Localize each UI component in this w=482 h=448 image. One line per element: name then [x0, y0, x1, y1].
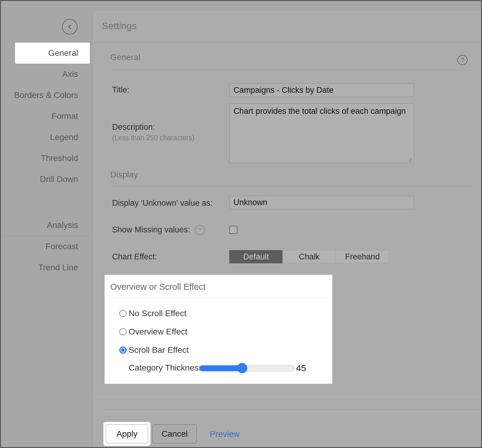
general-section-heading: General — [110, 53, 140, 62]
settings-titlebar: Settings — [92, 10, 481, 42]
category-thickness-value: 45 — [296, 363, 306, 373]
show-missing-checkbox[interactable] — [229, 226, 237, 234]
chart-effect-option-chalk[interactable]: Chalk — [282, 250, 336, 263]
radio-selected-icon — [119, 347, 127, 354]
title-label: Title: — [112, 85, 130, 95]
description-hint: (Less than 250 characters) — [112, 134, 194, 142]
settings-dialog: Settings ‹ General Axis Borders & Colors… — [0, 0, 482, 448]
chart-effect-option-freehand[interactable]: Freehand — [336, 250, 389, 263]
sidebar-section-analysis: Analysis — [1, 215, 92, 236]
sidebar-item-threshold[interactable]: Threshold — [1, 148, 92, 169]
section-divider — [110, 70, 472, 70]
help-icon[interactable]: ? — [195, 225, 205, 235]
sidebar-item-legend[interactable]: Legend — [1, 127, 92, 148]
radio-scroll-bar-effect[interactable]: Scroll Bar Effect — [119, 345, 189, 355]
sidebar-item-general[interactable]: General — [15, 43, 90, 64]
display-section-heading: Display — [110, 170, 138, 180]
settings-sidebar: General Axis Borders & Colors Format Leg… — [1, 43, 92, 278]
slider-thumb[interactable] — [237, 363, 247, 373]
footer-divider — [104, 409, 480, 410]
unknown-value-label: Display 'Unknown' value as: — [112, 198, 212, 208]
chart-effect-segmented-control: Default Chalk Freehand — [229, 250, 389, 263]
question-mark-icon: ? — [461, 56, 464, 64]
content-bottom-divider — [93, 397, 481, 397]
sidebar-item-forecast[interactable]: Forecast — [1, 236, 92, 257]
radio-unselected-icon — [119, 328, 127, 335]
description-textarea[interactable] — [229, 104, 414, 163]
radio-overview-effect[interactable]: Overview Effect — [119, 327, 188, 337]
help-icon[interactable]: ? — [457, 55, 468, 65]
overview-scroll-effect-panel: Overview or Scroll Effect No Scroll Effe… — [105, 275, 332, 384]
description-label: Description: — [112, 123, 155, 132]
apply-button[interactable]: Apply — [106, 424, 148, 443]
category-thickness-label: Category Thickness — [129, 363, 203, 373]
title-input[interactable] — [229, 83, 414, 97]
slider-fill — [200, 365, 242, 371]
chart-effect-option-default[interactable]: Default — [229, 250, 283, 263]
question-mark-icon: ? — [198, 226, 202, 234]
panel-divider — [110, 297, 327, 298]
show-missing-label: Show Missing values: — [112, 225, 190, 235]
sidebar-item-borders-colors[interactable]: Borders & Colors — [1, 85, 92, 106]
sidebar-item-drill-down[interactable]: Drill Down — [1, 169, 92, 190]
sidebar-item-format[interactable]: Format — [1, 106, 92, 127]
radio-unselected-icon — [119, 310, 127, 317]
back-button[interactable]: ‹ — [62, 19, 78, 35]
preview-link[interactable]: Preview — [210, 429, 240, 439]
radio-no-scroll-effect[interactable]: No Scroll Effect — [119, 308, 186, 319]
section-divider — [110, 186, 472, 186]
unknown-value-input[interactable] — [229, 196, 414, 209]
chevron-left-icon: ‹ — [68, 21, 71, 31]
sidebar-item-trend-line[interactable]: Trend Line — [1, 257, 92, 278]
sidebar-spacer — [1, 190, 92, 215]
cancel-button[interactable]: Cancel — [152, 424, 197, 443]
sidebar-item-axis[interactable]: Axis — [1, 64, 92, 85]
scroll-effect-heading: Overview or Scroll Effect — [110, 282, 206, 292]
chart-effect-label: Chart Effect: — [112, 252, 157, 262]
apply-button-spotlight: Apply — [103, 422, 151, 446]
page-title: Settings — [102, 21, 137, 32]
